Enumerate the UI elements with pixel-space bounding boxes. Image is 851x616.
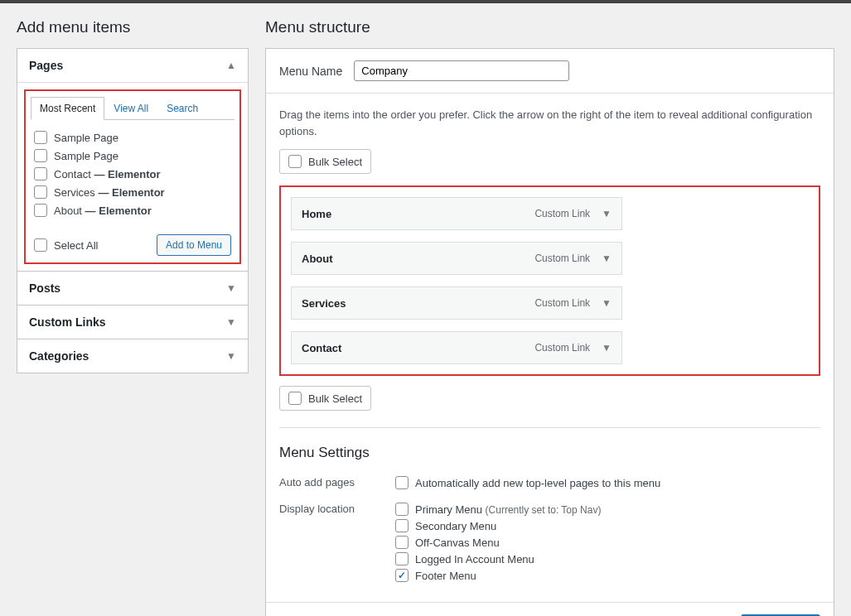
categories-metabox-toggle[interactable]: Categories ▼ xyxy=(17,339,248,373)
page-item: Sample Page xyxy=(34,128,231,147)
pages-content-highlight: Most Recent View All Search Sample Page xyxy=(24,89,241,264)
menu-item-expand-icon[interactable]: ▼ xyxy=(602,342,612,354)
menu-item-title: Home xyxy=(292,198,525,229)
menu-item-type: Custom Link xyxy=(534,253,590,264)
menu-item[interactable]: About Custom Link ▼ xyxy=(291,242,622,275)
pages-tabs: Most Recent View All Search xyxy=(31,96,235,120)
menu-settings-heading: Menu Settings xyxy=(279,445,820,461)
menu-name-label: Menu Name xyxy=(279,65,342,78)
pages-metabox: Pages ▲ Most Recent View All Search xyxy=(17,48,249,272)
tab-search[interactable]: Search xyxy=(157,97,207,120)
location-option[interactable]: Primary Menu (Currently set to: Top Nav) xyxy=(395,501,601,517)
menu-item-title: Services xyxy=(292,287,525,319)
bulk-select-checkbox[interactable] xyxy=(288,392,302,405)
menu-item[interactable]: Services Custom Link ▼ xyxy=(291,286,622,320)
location-option[interactable]: Footer Menu xyxy=(395,567,601,584)
select-all-row[interactable]: Select All xyxy=(34,236,98,254)
auto-add-pages-label: Auto add pages xyxy=(279,474,395,488)
bulk-select-checkbox[interactable] xyxy=(288,155,302,168)
menu-item[interactable]: Contact Custom Link ▼ xyxy=(291,331,622,364)
page-checkbox[interactable] xyxy=(34,185,47,199)
menu-items-highlight: Home Custom Link ▼ About xyxy=(279,185,820,376)
location-checkbox[interactable] xyxy=(395,503,409,516)
page-item: Services — Elementor xyxy=(34,183,231,201)
menu-item-expand-icon[interactable]: ▼ xyxy=(602,208,612,219)
tab-most-recent[interactable]: Most Recent xyxy=(31,97,104,120)
page-item: Contact — Elementor xyxy=(34,165,231,183)
menu-instructions: Drag the items into the order you prefer… xyxy=(279,107,820,139)
divider xyxy=(279,427,820,428)
page-checkbox[interactable] xyxy=(34,204,47,217)
bulk-select-label: Bulk Select xyxy=(308,156,362,168)
custom-links-metabox-toggle[interactable]: Custom Links ▼ xyxy=(17,306,248,339)
bulk-select-label: Bulk Select xyxy=(308,392,362,405)
page-item: Sample Page xyxy=(34,147,231,165)
add-to-menu-button[interactable]: Add to Menu xyxy=(157,234,231,256)
auto-add-pages-option[interactable]: Automatically add new top-level pages to… xyxy=(395,474,660,491)
menu-item-title: Contact xyxy=(292,332,525,363)
caret-up-icon: ▲ xyxy=(226,60,236,71)
custom-links-metabox-title: Custom Links xyxy=(29,315,106,329)
caret-down-icon: ▼ xyxy=(226,316,236,328)
menu-item-title: About xyxy=(292,243,525,274)
auto-add-pages-text: Automatically add new top-level pages to… xyxy=(415,477,660,489)
page-item: About — Elementor xyxy=(34,201,231,219)
location-checkbox[interactable] xyxy=(395,569,409,582)
posts-metabox-toggle[interactable]: Posts ▼ xyxy=(17,272,248,305)
select-all-label: Select All xyxy=(54,239,98,252)
menu-structure-heading: Menu structure xyxy=(265,18,834,36)
menu-item-expand-icon[interactable]: ▼ xyxy=(602,297,612,309)
menu-item[interactable]: Home Custom Link ▼ xyxy=(291,197,622,230)
add-menu-items-heading: Add menu items xyxy=(17,18,249,36)
auto-add-pages-checkbox[interactable] xyxy=(395,476,409,489)
location-checkbox[interactable] xyxy=(395,519,409,532)
menu-item-type: Custom Link xyxy=(534,342,590,354)
menu-item-type: Custom Link xyxy=(534,208,590,219)
bulk-select-bottom[interactable]: Bulk Select xyxy=(279,386,371,411)
pages-metabox-title: Pages xyxy=(29,59,63,72)
location-checkbox[interactable] xyxy=(395,536,409,549)
menu-structure-panel: Menu Name Drag the items into the order … xyxy=(265,48,834,616)
menu-item-expand-icon[interactable]: ▼ xyxy=(602,253,612,264)
page-checkbox[interactable] xyxy=(34,131,47,144)
display-location-label: Display location xyxy=(279,501,395,515)
caret-down-icon: ▼ xyxy=(226,282,236,294)
posts-metabox-title: Posts xyxy=(29,282,60,295)
caret-down-icon: ▼ xyxy=(226,350,236,362)
bulk-select-top[interactable]: Bulk Select xyxy=(279,149,371,174)
location-option[interactable]: Secondary Menu xyxy=(395,517,601,534)
location-option[interactable]: Off-Canvas Menu xyxy=(395,534,601,551)
pages-metabox-toggle[interactable]: Pages ▲ xyxy=(17,49,248,83)
location-option[interactable]: Logged In Account Menu xyxy=(395,551,601,567)
page-checkbox[interactable] xyxy=(34,167,47,180)
menu-name-input[interactable] xyxy=(354,60,569,81)
select-all-checkbox[interactable] xyxy=(34,238,47,252)
categories-metabox-title: Categories xyxy=(29,349,89,363)
tab-view-all[interactable]: View All xyxy=(104,97,157,120)
page-checkbox[interactable] xyxy=(34,149,47,162)
location-checkbox[interactable] xyxy=(395,552,409,565)
menu-item-type: Custom Link xyxy=(534,297,590,309)
pages-checklist: Sample Page Sample Page Contact — Elemen… xyxy=(31,120,235,228)
